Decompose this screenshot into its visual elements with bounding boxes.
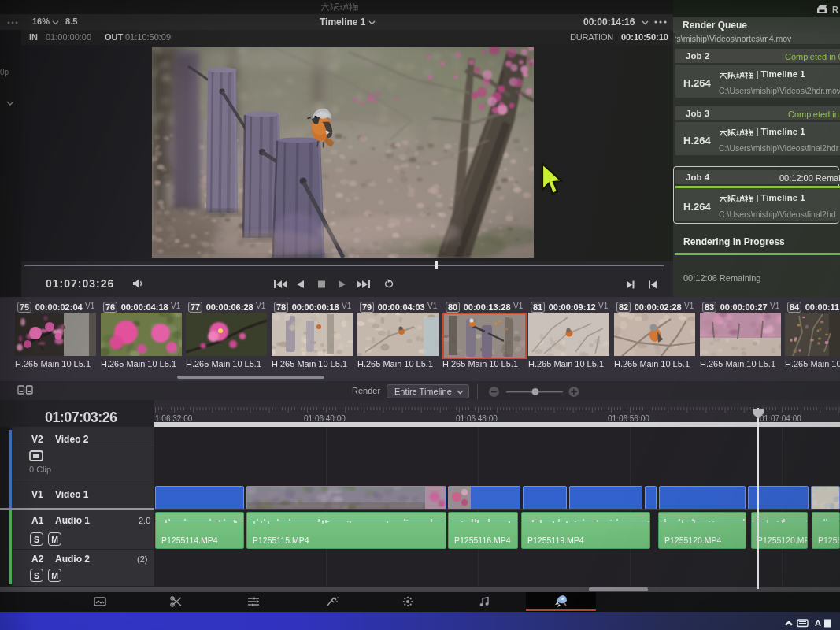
svg-text:01:06:48:00: 01:06:48:00 — [456, 414, 498, 422]
svg-text:01:06:56:00: 01:06:56:00 — [608, 414, 649, 422]
svg-text:01:07:04:00: 01:07:04:00 — [760, 414, 801, 422]
svg-text:A: A — [815, 618, 821, 628]
svg-text:1:06:32:00: 1:06:32:00 — [155, 414, 193, 422]
svg-text:01:06:40:00: 01:06:40:00 — [304, 414, 346, 422]
